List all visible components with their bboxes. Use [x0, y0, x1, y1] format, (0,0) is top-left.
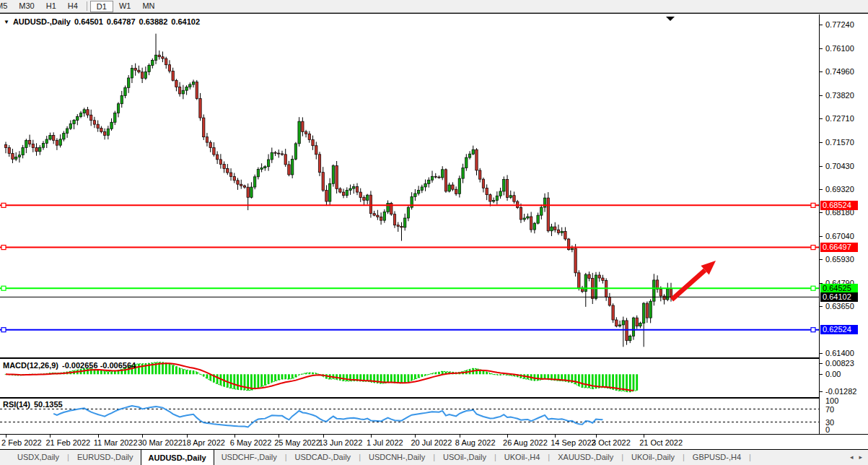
tab-scroll-right-icon[interactable]: ▸ [859, 453, 862, 461]
candle-body [551, 227, 553, 231]
macd-axis-label: -0.01282 [825, 387, 856, 396]
tab-ukoil-[interactable]: UKOil-,Daily [624, 449, 682, 465]
pane-separator-rsi[interactable] [0, 397, 868, 399]
macd-histogram-bar [230, 374, 232, 388]
candle-body [97, 124, 99, 128]
tab-usoil-[interactable]: USOil-,Daily [436, 449, 494, 465]
macd-histogram-bar [633, 374, 635, 391]
date-tick-label: 14 Sep 2022 [551, 438, 595, 447]
candle-body [52, 135, 54, 140]
tab-eurusd-[interactable]: EURUSD-,Daily [70, 449, 141, 465]
line-handle[interactable] [1, 328, 6, 332]
candle-body [120, 96, 123, 104]
candle-body [574, 248, 577, 273]
candle-body [667, 289, 669, 300]
macd-histogram-bar [387, 374, 389, 383]
timeframe-button-h1[interactable]: H1 [40, 1, 62, 12]
tab-audusd-[interactable]: AUDUSD-,Daily [141, 449, 214, 465]
candle-body [564, 231, 566, 239]
candle-body [356, 187, 358, 192]
date-tick-mark [6, 435, 6, 438]
candle-body [76, 117, 79, 121]
candle-body [622, 321, 624, 325]
line-handle[interactable] [811, 245, 815, 250]
macd-histogram-bar [281, 374, 284, 379]
candle-body [663, 296, 665, 300]
candle-body [216, 155, 218, 160]
candle-body [540, 207, 543, 215]
macd-histogram-bar [114, 371, 116, 375]
macd-histogram-bar [193, 371, 195, 375]
tab-usdchf-[interactable]: USDCHF-,Daily [214, 449, 284, 465]
line-handle[interactable] [811, 328, 815, 332]
timeframe-button-w1[interactable]: W1 [113, 1, 137, 12]
timeframe-button-d1[interactable]: D1 [90, 1, 113, 12]
candle-body [618, 325, 621, 326]
candle-body [520, 208, 522, 220]
candle-body [417, 191, 419, 194]
line-handle[interactable] [1, 286, 6, 290]
candle-body [421, 187, 423, 191]
chart-shift-marker-icon[interactable] [666, 17, 675, 21]
candle-body [448, 185, 450, 191]
candle-body [90, 115, 92, 120]
macd-histogram-bar [254, 374, 256, 389]
timeframe-button-h4[interactable]: H4 [62, 1, 84, 12]
tab-scroll-left-icon[interactable]: ◂ [850, 453, 854, 461]
candle-body [646, 303, 648, 318]
candle-body [465, 157, 468, 168]
candle-body [523, 218, 525, 220]
date-tick-label: 8 Aug 2022 [455, 438, 496, 447]
macd-histogram-bar [584, 374, 587, 388]
tab-gbpusd-[interactable]: GBPUSD-,H4 [685, 449, 748, 465]
tab-usdcad-[interactable]: USDCAD-,Daily [288, 449, 359, 465]
candle-body [100, 129, 102, 132]
candle-body [653, 280, 655, 301]
price-chart-canvas[interactable] [0, 14, 819, 434]
candle-body [192, 82, 194, 84]
candle-body [598, 275, 600, 278]
candle-body [444, 170, 447, 191]
timeframe-button-mn[interactable]: MN [136, 1, 160, 12]
candle-body [302, 121, 304, 131]
line-handle[interactable] [811, 286, 815, 290]
level-price-badge: 0.64525 [820, 284, 858, 293]
candle-body [278, 153, 280, 154]
candle-body [288, 165, 290, 175]
candle-body [588, 274, 590, 278]
macd-histogram-bar [408, 374, 410, 382]
price-tick-label: 0.71570 [825, 138, 854, 147]
line-handle[interactable] [811, 203, 815, 207]
candle-body [503, 180, 505, 191]
date-tick-mark [415, 435, 416, 438]
candle-body [626, 321, 628, 341]
candle-body [138, 70, 140, 72]
line-handle[interactable] [1, 245, 6, 250]
candle-body [39, 147, 41, 152]
trend-arrow-shaft[interactable] [672, 270, 705, 300]
tab-xauusd-[interactable]: XAUUSD-,Daily [551, 449, 621, 465]
tab-usdcnh-[interactable]: USDCNH-,Daily [361, 449, 432, 465]
timeframe-button-m30[interactable]: M30 [13, 1, 40, 12]
price-tick-mark [820, 48, 823, 49]
close-value: 0.64102 [171, 17, 200, 26]
tab-usdx[interactable]: USDX,Daily [10, 449, 66, 465]
macd-histogram-bar [343, 374, 345, 381]
macd-histogram-bar [411, 374, 413, 381]
candle-body [366, 195, 368, 200]
rsi-axis-label: 70 [825, 405, 834, 414]
candle-body [325, 191, 328, 202]
candle-body [219, 160, 222, 165]
line-handle[interactable] [1, 203, 6, 207]
candle-body [670, 289, 672, 297]
candle-body [547, 198, 549, 231]
macd-histogram-bar [598, 374, 600, 388]
pane-separator-macd[interactable] [0, 357, 868, 359]
tab-ukoil-[interactable]: UKOil-,H4 [497, 449, 548, 465]
chevron-down-icon[interactable]: ▼ [4, 19, 9, 25]
candle-body [377, 215, 379, 217]
macd-histogram-bar [104, 371, 106, 374]
timeframe-button-m5[interactable]: M5 [0, 1, 13, 12]
candle-body [312, 140, 314, 146]
macd-histogram-bar [404, 374, 406, 383]
